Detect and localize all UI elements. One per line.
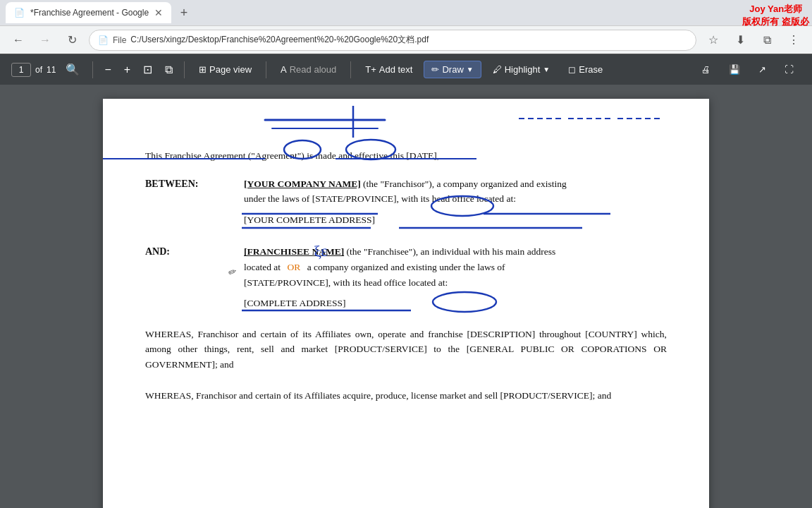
tab-bar: 📄 *Franchise Agreement - Google ✕ + Joy … [0,0,812,25]
fit-page-button[interactable]: ⊡ [139,60,156,79]
add-text-button[interactable]: T+ Add text [358,61,419,78]
address-placeholder-text: [YOUR COMPLETE ADDRESS] [244,214,375,225]
draw-chevron: ▼ [467,66,474,73]
pdf-toolbar: 1 of 11 🔍 − + ⊡ ⧉ ⊞ Page view A Read alo… [0,54,812,85]
read-aloud-icon: A [281,64,287,75]
page-number-input[interactable]: 1 [11,63,31,77]
highlight-button[interactable]: 🖊 Highlight ▼ [486,61,558,78]
and-label-col: AND: [145,244,244,260]
highlight-label: Highlight [505,64,541,75]
between-line2: under the laws of [STATE/PROVINCE], with… [244,191,567,207]
and-line3: [STATE/PROVINCE], with its head office l… [244,275,555,291]
intro-paragraph: This Franchise Agreement ("Agreement") i… [145,148,667,164]
fullscreen-button[interactable]: ⛶ [777,61,801,78]
erase-label: Erase [579,64,603,75]
page-info: 1 of 11 [11,63,56,77]
back-button[interactable]: ← [8,30,28,50]
read-aloud-label: Read aloud [290,64,337,75]
save-button[interactable]: 💾 [722,61,747,78]
reload-button[interactable]: ↻ [62,30,82,50]
file-icon: 📄 [98,35,109,45]
franchisee-phrase: (the "Franchisee"), an individual with h… [347,246,556,257]
zoom-out-button[interactable]: − [100,62,115,78]
top-watermark: Joy Yan老师 版权所有 盗版必 [742,3,809,28]
separator-4 [350,61,351,78]
between-label-col: BETWEEN: [145,176,244,192]
draw-button[interactable]: ✏ Draw ▼ [424,61,481,78]
erase-button[interactable]: ◻ Erase [561,61,610,78]
pdf-content-area: ξε ✏ This Franchise Agreement ("Agreemen… [0,85,812,508]
share-button[interactable]: ↗ [751,61,773,78]
under-laws-text: under the laws of [STATE/PROVINCE], with… [244,193,516,204]
forward-button[interactable]: → [35,30,55,50]
between-label: BETWEEN: [145,179,198,189]
separator-3 [266,61,266,78]
and-section: AND: [FRANCHISEE NAME] (the "Franchisee"… [145,244,667,310]
whereas-1-text: WHEREAS, Franchisor and certain of its A… [145,329,667,370]
separator-1 [92,61,93,78]
whereas-2: WHEREAS, Franchisor and certain of its A… [145,388,667,404]
print-button[interactable]: 🖨 [694,61,718,78]
add-text-label: Add text [379,64,413,75]
address-text: C:/Users/xingz/Desktop/Franchise%20Agree… [130,34,429,46]
page-view-button[interactable]: ⊞ Page view [192,61,259,78]
new-window-button[interactable]: ⧉ [757,30,777,50]
company-org-text: a company organized and existing under t… [307,262,505,272]
state-province-text: [STATE/PROVINCE], with its head office l… [244,277,448,288]
between-section: BETWEEN: [YOUR COMPANY NAME] (the "Franc… [145,176,667,228]
intro-text: This Franchise Agreement ("Agreement") i… [145,150,439,161]
add-text-icon: T+ [365,64,376,75]
bookmark-button[interactable]: ☆ [703,30,723,50]
separator-2 [184,61,185,78]
company-name-text: [YOUR COMPANY NAME] [244,179,361,189]
tab-title: *Franchise Agreement - Google [30,8,149,18]
tab-favicon: 📄 [14,8,25,18]
menu-button[interactable]: ⋮ [784,30,804,50]
draw-icon: ✏ [431,64,439,75]
franchisor-phrase: (the "Franchisor"), a company organized … [363,179,567,189]
and-content: [FRANCHISEE NAME] (the "Franchisee"), an… [244,244,555,310]
pdf-page: ξε ✏ This Franchise Agreement ("Agreemen… [103,99,709,508]
two-page-button[interactable]: ⧉ [161,61,177,79]
highlight-chevron: ▼ [543,66,550,73]
read-aloud-button[interactable]: A Read aloud [273,61,343,78]
and-line2: located at OR a company organized and ex… [244,260,555,275]
tab-close-button[interactable]: ✕ [154,7,163,18]
page-view-label: Page view [209,64,252,75]
and-address: [COMPLETE ADDRESS] [244,296,555,311]
between-content: [YOUR COMPANY NAME] (the "Franchisor"), … [244,176,567,228]
address-box[interactable]: 📄 File C:/Users/xingz/Desktop/Franchise%… [89,30,696,51]
address-bar-row: ← → ↻ 📄 File C:/Users/xingz/Desktop/Fran… [0,25,812,54]
between-address: [YOUR COMPLETE ADDRESS] [244,212,567,228]
of-text: of [35,65,42,75]
franchisee-name-text: [FRANCHISEE NAME] [244,246,344,257]
file-label: File [113,35,126,45]
draw-label: Draw [442,64,463,75]
zoom-in-button[interactable]: + [120,62,135,78]
between-line1: [YOUR COMPANY NAME] (the "Franchisor"), … [244,176,567,192]
or-text: OR [287,262,300,272]
whereas-1: WHEREAS, Franchisor and certain of its A… [145,327,667,373]
page-view-icon: ⊞ [199,64,207,75]
complete-address-text: [COMPLETE ADDRESS] [244,298,345,308]
new-tab-button[interactable]: + [174,3,194,23]
search-button[interactable]: 🔍 [60,60,85,79]
whereas-2-text: WHEREAS, Franchisor and certain of its A… [145,390,611,401]
located-at-text: located at [244,262,281,272]
total-pages: 11 [47,65,56,75]
erase-icon: ◻ [568,64,576,75]
download-button[interactable]: ⬇ [730,30,750,50]
active-tab[interactable]: 📄 *Franchise Agreement - Google ✕ [6,2,171,23]
and-label: AND: [145,246,170,257]
and-line1: [FRANCHISEE NAME] (the "Franchisee"), an… [244,244,555,260]
highlight-icon: 🖊 [493,64,502,75]
